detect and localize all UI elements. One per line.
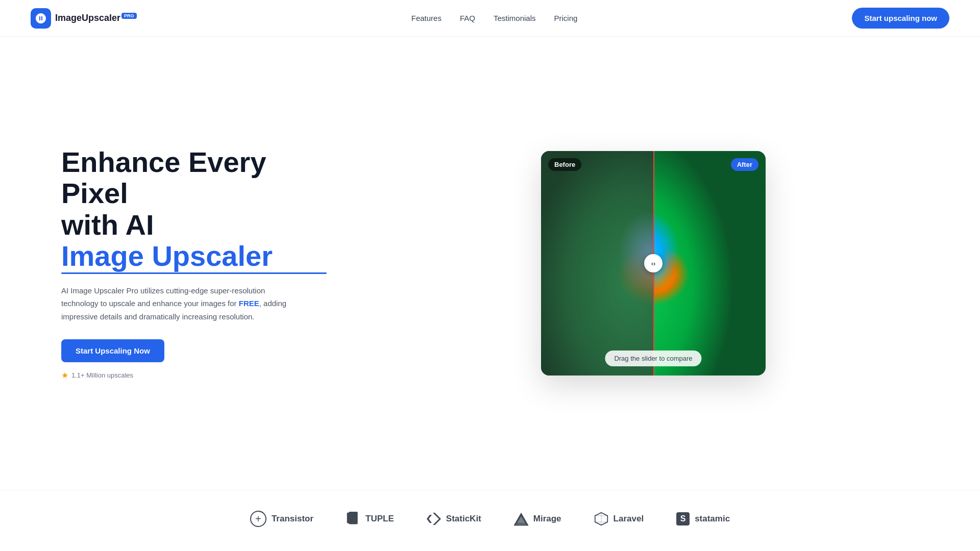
logos-row: Transistor TUPLE StaticKit Mirage — [250, 511, 730, 527]
hero-section: Enhance Every Pixel with AI Image Upscal… — [0, 37, 980, 490]
drag-hint: Drag the slider to compare — [605, 350, 701, 366]
mirage-label: Mirage — [533, 514, 561, 524]
hero-description: AI Image Upscaler Pro utilizes cutting-e… — [61, 284, 296, 323]
compare-container[interactable]: ‹› Before After Drag the slider to compa… — [541, 151, 766, 375]
stat-text: 1.1+ Million upscales — [71, 371, 133, 379]
logo-text: ImageUpscalerPRO — [55, 13, 137, 23]
navbar: ImageUpscalerPRO Features FAQ Testimonia… — [0, 0, 980, 37]
hero-title-blue: Image Upscaler — [61, 240, 327, 272]
svg-rect-1 — [347, 513, 350, 523]
svg-marker-2 — [433, 513, 441, 525]
hero-left: Enhance Every Pixel with AI Image Upscal… — [61, 146, 327, 381]
nav-features[interactable]: Features — [411, 14, 442, 22]
nav-cta-button[interactable]: Start upscaling now — [852, 8, 949, 29]
svg-rect-0 — [349, 512, 358, 524]
nav-pricing[interactable]: Pricing — [554, 14, 577, 22]
free-link[interactable]: FREE — [239, 299, 259, 308]
hero-cta-button[interactable]: Start Upscaling Now — [61, 339, 164, 362]
star-icon: ★ — [61, 370, 68, 380]
logo-tuple: TUPLE — [346, 512, 394, 526]
laravel-icon — [594, 512, 608, 526]
statamic-icon: S — [676, 512, 690, 525]
compare-handle[interactable]: ‹› — [644, 254, 663, 272]
tuple-label: TUPLE — [365, 514, 394, 524]
logo-badge: PRO — [121, 13, 137, 19]
nav-faq[interactable]: FAQ — [460, 14, 475, 22]
logo-svg — [35, 12, 47, 24]
logo-statickit: StaticKit — [427, 512, 481, 526]
after-badge: After — [731, 158, 758, 171]
handle-arrows: ‹› — [651, 260, 656, 267]
logo-icon — [31, 8, 51, 29]
hero-right: ‹› Before After Drag the slider to compa… — [357, 151, 949, 375]
laravel-label: Laravel — [614, 514, 644, 524]
before-badge: Before — [548, 158, 581, 171]
logo-mirage: Mirage — [514, 512, 561, 526]
nav-testimonials[interactable]: Testimonials — [494, 14, 536, 22]
hero-stat: ★ 1.1+ Million upscales — [61, 370, 327, 380]
nav-links: Features FAQ Testimonials Pricing — [411, 14, 578, 22]
svg-marker-3 — [427, 515, 432, 523]
logo-transistor: Transistor — [250, 511, 313, 527]
transistor-icon — [250, 511, 266, 527]
transistor-label: Transistor — [272, 514, 313, 524]
logo-area[interactable]: ImageUpscalerPRO — [31, 8, 137, 29]
logo-laravel: Laravel — [594, 512, 644, 526]
mirage-icon — [514, 512, 528, 526]
statamic-label: statamic — [695, 514, 730, 524]
statickit-icon — [427, 512, 441, 526]
logos-section: Transistor TUPLE StaticKit Mirage — [0, 490, 980, 551]
hero-title: Enhance Every Pixel with AI Image Upscal… — [61, 146, 327, 272]
tuple-icon — [346, 512, 360, 526]
logo-statamic: S statamic — [676, 512, 730, 525]
statickit-label: StaticKit — [446, 514, 481, 524]
